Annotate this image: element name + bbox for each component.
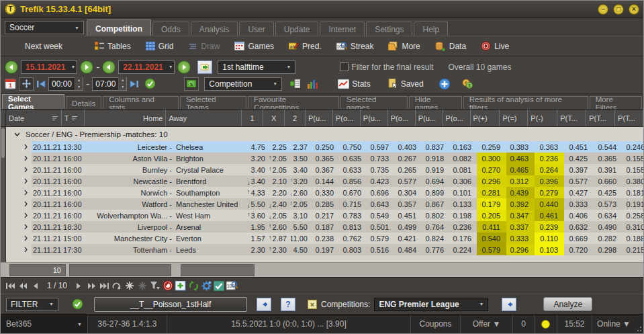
filter-ok-icon[interactable] xyxy=(72,298,83,310)
move-range-button[interactable] xyxy=(19,77,34,91)
online-menu[interactable]: Online ▼ xyxy=(592,315,635,333)
row-expand-chevron-icon[interactable] xyxy=(6,244,32,255)
view-tab-select-games[interactable]: Select Games xyxy=(2,94,64,109)
saved-label[interactable]: Saved xyxy=(401,79,424,89)
column-header-po[interactable]: P(o... xyxy=(333,110,361,126)
date-from-forward-button[interactable] xyxy=(80,60,93,74)
halftime-selector[interactable]: 1st halftime ▼ xyxy=(218,60,295,74)
row-expand-chevron-icon[interactable] xyxy=(6,164,32,175)
minimize-button[interactable]: – xyxy=(598,4,608,15)
restore-button[interactable]: □ xyxy=(613,4,624,15)
toolbar-button-grid[interactable]: Grid xyxy=(140,40,179,53)
toolbar-button-tables[interactable]: Tables xyxy=(89,40,136,53)
row-expand-chevron-icon[interactable] xyxy=(6,141,32,153)
vertical-scrollbar[interactable] xyxy=(1,127,6,262)
menu-tab-odds[interactable]: Odds xyxy=(152,22,189,36)
bar-chart-icon[interactable] xyxy=(307,79,318,89)
time-from-spinner[interactable]: 00:00 ▲▼ xyxy=(48,77,83,91)
menu-tab-analysis[interactable]: Analysis xyxy=(191,22,238,36)
view-tab-hide-games[interactable]: Hide games xyxy=(409,96,462,109)
menu-tab-help[interactable]: Help xyxy=(414,22,448,36)
date-to-back-button[interactable] xyxy=(102,60,116,74)
resize-grip[interactable] xyxy=(635,315,643,333)
zoom-plus-icon[interactable] xyxy=(175,280,186,292)
view-tab-more-filters[interactable]: More Filters xyxy=(590,96,642,109)
nav-first-icon[interactable] xyxy=(5,280,15,292)
column-header-p[interactable]: P(+) xyxy=(471,110,500,126)
spinner-buttons[interactable]: ▲▼ xyxy=(118,77,126,90)
column-header-home[interactable]: Home xyxy=(85,110,167,126)
column-header-po[interactable]: P(o... xyxy=(443,110,471,126)
nav-last-icon[interactable] xyxy=(99,280,109,292)
column-header-pu[interactable]: P(u... xyxy=(416,110,443,126)
load-filter-button[interactable] xyxy=(257,298,271,311)
menu-tab-competition[interactable]: Competition xyxy=(87,19,151,36)
column-header-pt[interactable]: P(T... xyxy=(586,110,615,126)
bookmaker-selector[interactable]: Bet365 ▼ xyxy=(1,315,88,333)
column-header-pu[interactable]: P(u... xyxy=(361,110,388,126)
apply-time-ok-icon[interactable] xyxy=(144,78,156,89)
refresh-icon[interactable] xyxy=(188,280,199,292)
row-expand-chevron-icon[interactable] xyxy=(6,221,32,233)
nav-next-page-icon[interactable] xyxy=(86,280,97,292)
column-header-2[interactable]: 2 xyxy=(285,110,306,126)
game-row[interactable]: 20.11.21 16:00Wolverhampton Wa... -West … xyxy=(6,210,644,221)
row-expand-chevron-icon[interactable] xyxy=(6,175,32,187)
coupons-button[interactable]: Coupons xyxy=(411,315,461,333)
stats-icon[interactable] xyxy=(338,79,349,89)
scope-selector[interactable]: Competition ▼ xyxy=(204,77,282,91)
nav-prev-icon[interactable] xyxy=(30,280,41,292)
view-tab-selected-games[interactable]: Selected games xyxy=(340,96,408,109)
menu-tab-internet[interactable]: Internet xyxy=(320,22,365,36)
copy-date-button[interactable] xyxy=(197,60,212,74)
game-row[interactable]: 21.11.21 15:00Manchester City -Everton1.… xyxy=(6,233,644,244)
date-to-forward-button[interactable] xyxy=(177,60,191,74)
game-row[interactable]: 20.11.21 16:00Aston Villa -Brighton3.20↑… xyxy=(6,153,644,164)
column-header-po[interactable]: P(o... xyxy=(388,110,416,126)
column-header-x[interactable]: X xyxy=(263,110,285,126)
game-row[interactable]: 21.11.21 17:30Tottenham -Leeds2.30↑2.304… xyxy=(6,244,644,255)
time-to-spinner[interactable]: 07:00 ▲▼ xyxy=(92,77,127,91)
view-tab-selected-teams[interactable]: Selected Teams xyxy=(180,96,246,109)
redo-icon[interactable] xyxy=(111,280,122,292)
column-header-1[interactable]: 1 xyxy=(242,110,263,126)
menu-tab-user[interactable]: User xyxy=(239,22,273,36)
column-header-t[interactable]: T xyxy=(62,110,85,126)
view-tab-columns-and-stats[interactable]: Columns and stats xyxy=(103,96,179,109)
menu-tab-update[interactable]: Update xyxy=(275,22,319,36)
nav-prev-page-icon[interactable] xyxy=(17,280,28,292)
money-odds-button[interactable]: $ xyxy=(184,77,199,91)
date-from-selector[interactable]: 15.11.2021 ▼ xyxy=(21,60,77,74)
filter-mode-selector[interactable]: FILTER ▼ xyxy=(6,298,58,311)
game-row[interactable]: 20.11.21 18:30Liverpool -Arsenal1.95↑2.6… xyxy=(6,221,644,233)
row-expand-chevron-icon[interactable] xyxy=(6,210,32,221)
column-header-away[interactable]: Away xyxy=(166,110,242,126)
sport-selector[interactable]: Soccer ▼ xyxy=(5,21,84,34)
gear-icon[interactable] xyxy=(201,280,212,292)
game-row[interactable]: 20.11.21 16:00Norwich -Southampton↑4.332… xyxy=(6,187,644,198)
row-expand-chevron-icon[interactable] xyxy=(6,153,32,164)
final-result-checkbox[interactable] xyxy=(340,62,349,71)
time-start-icon[interactable] xyxy=(36,80,46,88)
scrollbar-handle[interactable] xyxy=(1,128,5,158)
find-100-icon[interactable]: 100 xyxy=(226,280,238,292)
competitions-checkbox[interactable]: × xyxy=(308,300,317,309)
sun-dim-icon[interactable] xyxy=(137,280,148,292)
competition-selector[interactable]: ENG Premier League ▼ xyxy=(374,298,488,311)
offer-menu[interactable]: Offer ▼ xyxy=(461,315,513,333)
menu-tab-settings[interactable]: Settings xyxy=(366,22,412,36)
toolbar-button-games[interactable]: Games xyxy=(229,40,279,53)
filter-help-button[interactable]: ? xyxy=(281,298,295,311)
game-row[interactable]: 20.11.21 16:00Watford -Manchester United… xyxy=(6,198,644,210)
funnel-icon[interactable] xyxy=(150,280,160,292)
game-row[interactable]: 20.11.21 13:30Leicester -Chelsea4.752.25… xyxy=(6,141,644,153)
toolbar-button-pred[interactable]: abPred. xyxy=(283,40,327,53)
spinner-buttons[interactable]: ▲▼ xyxy=(75,77,83,90)
close-button[interactable]: × xyxy=(629,4,639,15)
load-competition-button[interactable] xyxy=(502,298,516,311)
date-from-back-button[interactable] xyxy=(5,60,18,74)
row-expand-chevron-icon[interactable] xyxy=(6,198,32,210)
analyze-button[interactable]: Analyze xyxy=(543,297,592,311)
add-filter-icon[interactable] xyxy=(439,78,451,90)
time-end-icon[interactable] xyxy=(130,80,139,88)
